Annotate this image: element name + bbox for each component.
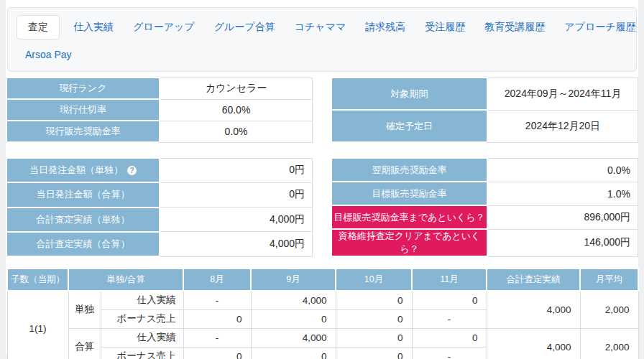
cell-value: 0	[336, 347, 412, 359]
row-label-purchase: 仕入実績	[101, 328, 183, 347]
cell-value: 0	[412, 328, 487, 347]
cell-value: 0	[251, 309, 336, 328]
table-row: 確定予定日 2024年12月20日	[331, 110, 638, 142]
next-period-incentive-rate-label: 翌期販売奨励金率	[331, 158, 487, 182]
table-row: 現行販売奨励金率 0.0%	[6, 121, 313, 142]
target-incentive-remaining-label: 目標販売奨励金率まであといくら？	[331, 205, 487, 229]
tab-juchu-rireki[interactable]: 受注履歴	[425, 16, 465, 39]
month-10-header: 10月	[336, 269, 412, 291]
cell-value: 0	[412, 291, 487, 309]
current-rank-table: 現行ランク カウンセラー 現行仕切率 60.0% 現行販売奨励金率 0.0%	[6, 77, 313, 143]
tab-bar: 査定 仕入実績 グローアップ グループ合算 コチャママ 請求残高 受注履歴 教育…	[7, 7, 637, 72]
target-incentive-rate-label: 目標販売奨励金率	[331, 182, 487, 205]
tab-row-1: 査定 仕入実績 グローアップ グループ合算 コチャママ 請求残高 受注履歴 教育…	[17, 15, 627, 39]
table-row: 当日発注金額（合算） 0円	[6, 182, 313, 207]
monthly-results-table: 子数（当期） 単独/合算 8月 9月 10月 11月 合計査定実績 月平均 1(…	[6, 268, 639, 359]
cell-value: -	[183, 328, 251, 347]
table-row: 翌期販売奨励金率 0.0%	[331, 158, 638, 182]
today-order-tandoku-value: 0円	[160, 158, 313, 182]
target-incentive-rate-value: 1.0%	[487, 182, 638, 205]
tandoku-average-value: 2,000	[580, 291, 638, 328]
cell-value: 4,000	[251, 291, 336, 309]
tab-approach-rireki[interactable]: アプローチ履歴	[564, 16, 635, 39]
tab-group-gassan[interactable]: グループ合算	[214, 16, 275, 39]
tab-shiire-jisseki[interactable]: 仕入実績	[73, 16, 114, 39]
content-card: 査定 仕入実績 グローアップ グループ合算 コチャママ 請求残高 受注履歴 教育…	[6, 0, 638, 354]
total-assessment-gassan-label: 合計査定実績（合算）	[6, 232, 160, 256]
next-period-incentive-rate-value: 0.0%	[487, 158, 638, 182]
total-assessment-tandoku-label: 合計査定実績（単独）	[6, 208, 160, 232]
label-text: 当日発注金額（単独）	[29, 164, 123, 175]
table-row: 合算 仕入実績 - 4,000 0 0 4,000 2,000	[7, 328, 638, 347]
table-row: 1(1) 単独 仕入実績 - 4,000 0 0 4,000 2,000	[7, 291, 638, 309]
cell-value: 4,000	[251, 328, 336, 347]
tab-kochamama[interactable]: コチャママ	[295, 16, 346, 39]
monthly-average-header: 月平均	[580, 269, 638, 291]
gassan-group-label: 合算	[68, 328, 101, 359]
cell-value: 0	[336, 328, 412, 347]
table-row: 対象期間 2024年09月～2024年11月	[331, 78, 638, 110]
current-incentive-rate-value: 0.0%	[160, 121, 313, 142]
qualification-remaining-label: 資格維持査定クリアまであといくら？	[331, 229, 487, 256]
month-11-header: 11月	[412, 269, 487, 291]
table-row: 合計査定実績（単独） 4,000円	[6, 208, 313, 232]
row-label-purchase: 仕入実績	[101, 291, 183, 309]
tab-grow-up[interactable]: グローアップ	[133, 16, 195, 39]
row-label-bonus: ボーナス売上	[101, 309, 183, 328]
cell-value: 0	[336, 291, 412, 309]
cell-value: 0	[251, 347, 336, 359]
current-wholesale-rate-label: 現行仕切率	[6, 99, 160, 121]
summary-section-2: 当日発注金額（単独）? 0円 当日発注金額（合算） 0円 合計査定実績（単独） …	[6, 157, 638, 257]
tab-arsoa-pay[interactable]: Arsoa Pay	[25, 44, 72, 65]
target-period-label: 対象期間	[331, 78, 487, 110]
table-row: 現行ランク カウンセラー	[6, 78, 313, 99]
incentive-table: 翌期販売奨励金率 0.0% 目標販売奨励金率 1.0% 目標販売奨励金率まであと…	[331, 157, 638, 257]
target-incentive-remaining-value: 896,000円	[487, 205, 638, 229]
child-count-value: 1(1)	[7, 291, 68, 359]
total-assessment-tandoku-value: 4,000円	[160, 208, 313, 232]
cell-value: -	[412, 347, 487, 359]
monthly-header-row: 子数（当期） 単独/合算 8月 9月 10月 11月 合計査定実績 月平均	[7, 269, 638, 291]
month-8-header: 8月	[183, 269, 251, 291]
tab-seikyu-zandaka[interactable]: 請求残高	[365, 16, 405, 39]
month-9-header: 9月	[251, 269, 336, 291]
table-row: 目標販売奨励金率 1.0%	[331, 182, 638, 205]
cell-value: 0	[183, 309, 251, 328]
tandoku-total-value: 4,000	[487, 291, 580, 328]
gassan-average-value: 2,000	[580, 328, 638, 359]
period-table: 対象期間 2024年09月～2024年11月 確定予定日 2024年12月20日	[331, 77, 638, 143]
target-period-value: 2024年09月～2024年11月	[487, 78, 638, 110]
order-summary-table: 当日発注金額（単独）? 0円 当日発注金額（合算） 0円 合計査定実績（単独） …	[6, 157, 313, 257]
tandoku-gassan-header: 単独/合算	[68, 269, 183, 291]
table-row: 現行仕切率 60.0%	[6, 99, 313, 121]
current-rank-value: カウンセラー	[160, 78, 313, 99]
table-row: 目標販売奨励金率まであといくら？ 896,000円	[331, 205, 638, 229]
today-order-gassan-label: 当日発注金額（合算）	[6, 182, 160, 207]
today-order-gassan-value: 0円	[160, 182, 313, 207]
cell-value: 0	[183, 347, 251, 359]
cell-value: -	[412, 309, 487, 328]
summary-section-1: 現行ランク カウンセラー 現行仕切率 60.0% 現行販売奨励金率 0.0% 対…	[6, 77, 638, 143]
gassan-total-value: 4,000	[487, 328, 580, 359]
help-icon[interactable]: ?	[127, 166, 137, 175]
qualification-remaining-value: 146,000円	[487, 229, 638, 256]
cell-value: 0	[336, 309, 412, 328]
tab-row-2: Arsoa Pay	[17, 44, 627, 65]
fixed-date-value: 2024年12月20日	[487, 110, 638, 142]
child-count-header: 子数（当期）	[7, 269, 68, 291]
current-wholesale-rate-value: 60.0%	[160, 99, 313, 121]
row-label-bonus: ボーナス売上	[101, 347, 183, 359]
table-row: 合計査定実績（合算） 4,000円	[6, 232, 313, 256]
table-row: 当日発注金額（単独）? 0円	[6, 158, 313, 182]
total-assessment-header: 合計査定実績	[487, 269, 580, 291]
cell-value: -	[183, 291, 251, 309]
fixed-date-label: 確定予定日	[331, 110, 487, 142]
tab-kyoiku-jukou-rireki[interactable]: 教育受講履歴	[484, 16, 545, 39]
tab-satei[interactable]: 査定	[17, 15, 60, 39]
table-row: 資格維持査定クリアまであといくら？ 146,000円	[331, 229, 638, 256]
total-assessment-gassan-value: 4,000円	[160, 232, 313, 256]
current-incentive-rate-label: 現行販売奨励金率	[6, 121, 160, 142]
today-order-tandoku-label: 当日発注金額（単独）?	[6, 158, 160, 182]
tandoku-group-label: 単独	[68, 291, 101, 328]
current-rank-label: 現行ランク	[6, 78, 160, 99]
